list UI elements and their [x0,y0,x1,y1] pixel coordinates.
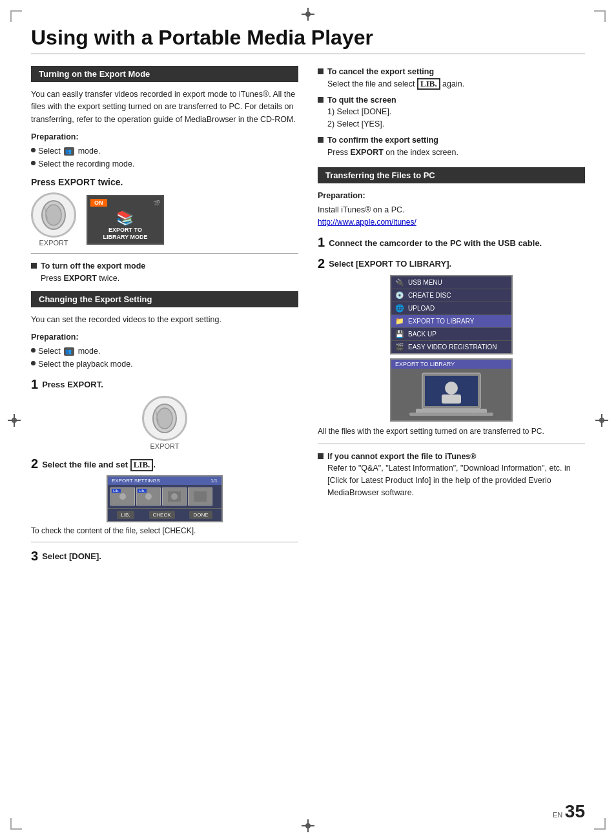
section2-bullet-1: Select 👥 mode. [31,345,298,358]
step1-block: 1 Press EXPORT. EXPORT [31,377,298,450]
press-export-label: Press EXPORT twice. [31,177,298,187]
laptop-illustration [409,370,493,418]
note-turn-off-text: Press EXPORT twice. [41,274,119,283]
section3-prep-label: Preparation: [318,190,585,202]
note-square-confirm [318,137,323,143]
create-disc-label: CREATE DISC [408,292,451,299]
screen-icon: 🎬 [153,200,160,207]
note-cancel-text: Select the file and select LIB. again. [327,79,464,88]
step2-header: 2 Select the file and set LIB.. [31,456,298,471]
note-square-quit [318,97,323,103]
bullet-dot [31,148,36,152]
upload-label: UPLOAD [408,305,435,312]
svg-point-7 [119,493,126,500]
divider-right [318,444,585,444]
usb-menu-row-backup: 💾 BACK UP [391,328,511,341]
section3-step2-label: Select [EXPORT TO LIBRARY]. [329,259,451,269]
svg-rect-12 [194,491,207,502]
step3-block: 3 Select [DONE]. [31,542,298,564]
note-quit: To quit the screen 1) Select [DONE].2) S… [318,94,585,130]
note-square-itunes [318,453,323,459]
export-button-icon [31,192,76,238]
es-thumb-1: Lib. [110,487,135,506]
transfer-note: All the files with the export setting tu… [318,425,585,437]
usb-menu-row-title: 🔌 USB MENU [391,276,511,289]
section1-bullet-1: Select 👥 mode. [31,145,298,158]
step2-block: 2 Select the file and set LIB.. EXPORT S… [31,456,298,535]
es-thumbnails: Lib. Lib. [108,485,221,508]
section2-prep-label: Preparation: [31,331,298,343]
corner-mark-bl [10,818,22,830]
export-to-library-label: EXPORT TOLIBRARY MODE [103,227,147,241]
section3-step2-header: 2 Select [EXPORT TO LIBRARY]. [318,256,585,271]
usb-icon: 🔌 [395,278,404,287]
es-thumb-2: Lib. [136,487,161,506]
note-cancel-bold: To cancel the export setting [327,67,434,76]
step3-label: Select [DONE]. [42,551,101,561]
divider-step3 [31,542,298,542]
svg-rect-16 [409,413,493,416]
export-icons-row: EXPORT ON 🎬 📚 EXPORT TOLIBRARY MODE [31,192,298,247]
two-column-layout: Turning on the Export Mode You can easil… [31,66,585,570]
export-button-icon-group: EXPORT [31,192,76,247]
svg-point-11 [171,493,178,500]
step1-label: Press EXPORT. [42,380,103,389]
step3-number: 3 [31,549,38,564]
svg-rect-18 [442,394,461,404]
step2-label: Select the file and set LIB.. [42,459,156,471]
section1-header: Turning on the Export Mode [31,66,298,82]
page-title: Using with a Portable Media Player [31,26,585,54]
note-itunes-text: Refer to "Q&A", "Latest Information", "D… [327,464,571,497]
section3-step1-number: 1 [318,235,325,250]
es-thumb-3 [162,487,187,506]
usb-menu-row-easy: 🎬 EASY VIDEO REGISTRATION [391,341,511,353]
thumb-image-3 [168,491,181,502]
bullet-dot [31,348,36,353]
note-itunes-bold: If you cannot export the file to iTunes® [327,452,477,461]
page: Using with a Portable Media Player Turni… [0,0,616,840]
lib-bracket: LIB. [130,459,154,471]
export-to-library-screen: EXPORT TO LIBRARY [390,358,513,422]
note-confirm: To confirm the export setting Press EXPO… [318,134,585,159]
crosshair-right [595,414,608,427]
easy-video-icon: 🎬 [395,343,404,351]
usb-menu-row-upload: 🌐 UPLOAD [391,302,511,315]
note-quit-text: 1) Select [DONE].2) Select [YES]. [327,107,391,128]
step2-note: To check the content of the file, select… [31,526,298,535]
section3-step2-number: 2 [318,256,325,271]
on-badge: ON [90,199,107,207]
usb-menu-label: USB MENU [408,279,442,286]
right-column: To cancel the export setting Select the … [318,66,585,570]
lib-btn[interactable]: LIB. [117,511,134,519]
section1-body: You can easily transfer videos recorded … [31,88,298,170]
usb-menu-row-disc: 💿 CREATE DISC [391,289,511,302]
section1-prep-label: Preparation: [31,131,298,143]
crosshair-bottom [302,819,314,832]
note-confirm-bold: To confirm the export setting [327,136,438,145]
library-icon-symbol: 📚 [116,210,134,227]
en-label: EN [553,811,562,819]
section-turning-on: Turning on the Export Mode You can easil… [31,66,298,285]
es-footer: LIB. CHECK DONE [108,508,221,521]
thumb-image-2 [142,491,155,502]
export-settings-screen: EXPORT SETTINGS 1/1 Lib. Lib. [107,475,223,522]
export-to-library-text: 📚 EXPORT TOLIBRARY MODE [103,210,147,241]
check-btn[interactable]: CHECK [149,511,175,519]
notes-top-right: To cancel the export setting Select the … [318,66,585,158]
disc-icon: 💿 [395,291,404,300]
es-header: EXPORT SETTINGS 1/1 [108,476,221,485]
lib-tag-2: Lib. [138,489,147,493]
es-thumb-4 [188,487,212,506]
section3-step1: 1 Connect the camcorder to the PC with t… [318,235,585,250]
export-to-library-mode-box: ON 🎬 📚 EXPORT TOLIBRARY MODE [87,195,164,245]
thumb-image-4 [194,491,207,502]
export-lib-icon: 📁 [395,317,404,325]
done-btn[interactable]: DONE [189,511,212,519]
step1-header: 1 Press EXPORT. [31,377,298,392]
backup-label: BACK UP [408,331,436,338]
note-itunes-fail: If you cannot export the file to iTunes®… [318,451,585,499]
note-turn-off-bold: To turn off the export mode [41,261,145,271]
step1-export-label: EXPORT [31,442,298,450]
itunes-url[interactable]: http://www.apple.com/itunes/ [318,216,585,229]
section3-header: Transferring the Files to PC [318,167,585,183]
